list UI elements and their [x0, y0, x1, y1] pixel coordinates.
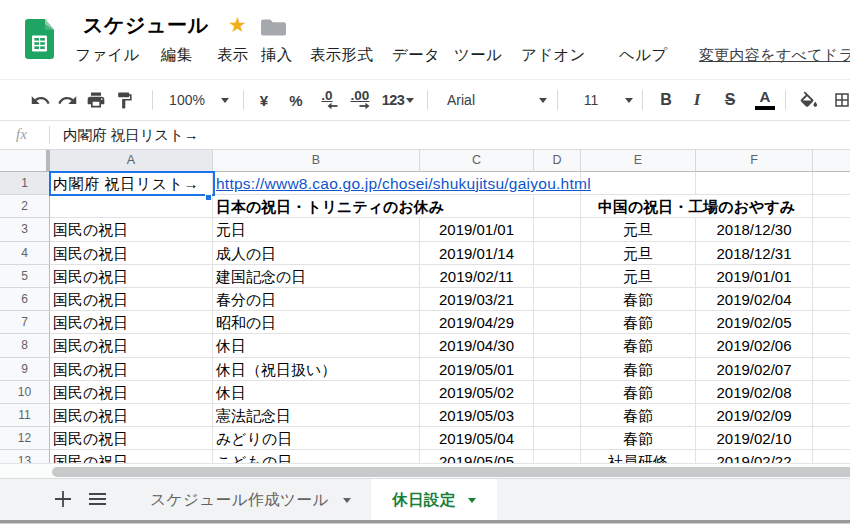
cell-G3[interactable]	[813, 218, 850, 241]
column-header-A[interactable]: A	[50, 150, 213, 172]
document-title[interactable]: スケジュール	[83, 12, 208, 39]
cell-B11[interactable]: 憲法記念日	[213, 404, 420, 427]
font-size-select[interactable]: 11	[578, 80, 604, 120]
cell-G1[interactable]	[813, 172, 850, 195]
sheet-tab-schedule-tool[interactable]: スケジュール作成ツール	[133, 479, 368, 521]
row-header-1[interactable]: 1	[0, 172, 50, 195]
cell-G11[interactable]	[813, 404, 850, 427]
zoom-caret-icon[interactable]	[220, 80, 230, 120]
cell-D13[interactable]	[534, 450, 581, 463]
formula-bar-input[interactable]: 内閣府 祝日リスト→	[63, 126, 199, 145]
cell-A13[interactable]: 国民の祝日	[50, 450, 213, 463]
cell-C7[interactable]: 2019/04/29	[420, 311, 534, 334]
format-percent-button[interactable]: %	[286, 80, 306, 120]
select-all-corner[interactable]	[0, 150, 50, 172]
cell-B7[interactable]: 昭和の日	[213, 311, 420, 334]
row-header-12[interactable]: 12	[0, 427, 50, 450]
cell-A8[interactable]: 国民の祝日	[50, 334, 213, 357]
cell-link[interactable]: https://www8.cao.go.jp/chosei/shukujitsu…	[216, 175, 591, 192]
strikethrough-button[interactable]: S	[719, 80, 741, 120]
undo-icon[interactable]	[29, 80, 51, 120]
increase-decimal-button[interactable]: .00	[346, 80, 374, 120]
number-format-button[interactable]: 123	[378, 80, 408, 120]
cell-G12[interactable]	[813, 427, 850, 450]
cell-D8[interactable]	[534, 334, 581, 357]
cell-E11[interactable]: 春節	[581, 404, 696, 427]
cell-E8[interactable]: 春節	[581, 334, 696, 357]
fill-color-icon[interactable]	[796, 80, 820, 120]
column-header-G[interactable]	[813, 150, 850, 172]
font-size-caret-icon[interactable]	[624, 80, 634, 120]
cell-C9[interactable]: 2019/05/01	[420, 358, 534, 381]
cell-G4[interactable]	[813, 242, 850, 265]
sheet-tab-caret-icon[interactable]	[468, 498, 476, 503]
selection-fill-handle[interactable]	[205, 194, 212, 201]
star-icon[interactable]: ★	[228, 14, 247, 36]
cell-G13[interactable]	[813, 450, 850, 463]
cell-A5[interactable]: 国民の祝日	[50, 265, 213, 288]
cell-A9[interactable]: 国民の祝日	[50, 358, 213, 381]
menu-help[interactable]: ヘルプ	[619, 45, 668, 66]
cell-F9[interactable]: 2019/02/07	[696, 358, 813, 381]
cell-E6[interactable]: 春節	[581, 288, 696, 311]
cell-F8[interactable]: 2019/02/06	[696, 334, 813, 357]
row-header-5[interactable]: 5	[0, 265, 50, 288]
cell-D4[interactable]	[534, 242, 581, 265]
cell-F7[interactable]: 2019/02/05	[696, 311, 813, 334]
cell-B8[interactable]: 休日	[213, 334, 420, 357]
menu-file[interactable]: ファイル	[75, 45, 140, 66]
menu-view[interactable]: 表示	[217, 45, 249, 66]
cell-C10[interactable]: 2019/05/02	[420, 381, 534, 404]
italic-button[interactable]: I	[687, 80, 707, 120]
row-header-13[interactable]: 13	[0, 450, 50, 463]
cell-E4[interactable]: 元旦	[581, 242, 696, 265]
cell-F5[interactable]: 2019/01/01	[696, 265, 813, 288]
cell-F6[interactable]: 2019/02/04	[696, 288, 813, 311]
cell-E3[interactable]: 元旦	[581, 218, 696, 241]
cell-C8[interactable]: 2019/04/30	[420, 334, 534, 357]
cell-F12[interactable]: 2019/02/10	[696, 427, 813, 450]
menu-tools[interactable]: ツール	[454, 45, 502, 66]
cell-C4[interactable]: 2019/01/14	[420, 242, 534, 265]
cell-A10[interactable]: 国民の祝日	[50, 381, 213, 404]
cell-B1[interactable]: https://www8.cao.go.jp/chosei/shukujitsu…	[213, 172, 581, 195]
cell-C11[interactable]: 2019/05/03	[420, 404, 534, 427]
cell-D5[interactable]	[534, 265, 581, 288]
cell-G6[interactable]	[813, 288, 850, 311]
folder-icon[interactable]	[261, 19, 286, 40]
cell-C12[interactable]: 2019/05/04	[420, 427, 534, 450]
column-header-D[interactable]: D	[534, 150, 581, 172]
cell-G9[interactable]	[813, 358, 850, 381]
cell-F1[interactable]	[696, 172, 813, 195]
cell-D9[interactable]	[534, 358, 581, 381]
menu-format[interactable]: 表示形式	[310, 45, 373, 66]
cell-D7[interactable]	[534, 311, 581, 334]
cell-D11[interactable]	[534, 404, 581, 427]
row-header-11[interactable]: 11	[0, 404, 50, 427]
bold-button[interactable]: B	[656, 80, 676, 120]
all-sheets-menu-icon[interactable]	[88, 492, 108, 506]
cell-G2[interactable]	[813, 195, 850, 218]
column-header-E[interactable]: E	[581, 150, 696, 172]
number-format-caret-icon[interactable]	[405, 80, 415, 120]
cell-E13[interactable]: 社員研修	[581, 450, 696, 463]
cell-D2[interactable]	[534, 195, 581, 218]
menu-addons[interactable]: アドオン	[521, 45, 586, 66]
cell-G8[interactable]	[813, 334, 850, 357]
cell-E1[interactable]	[581, 172, 696, 195]
cell-C3[interactable]: 2019/01/01	[420, 218, 534, 241]
cell-E10[interactable]: 春節	[581, 381, 696, 404]
font-family-select[interactable]: Arial	[447, 80, 487, 120]
cell-B9[interactable]: 休日（祝日扱い）	[213, 358, 420, 381]
cell-D6[interactable]	[534, 288, 581, 311]
sheet-tab-caret-icon[interactable]	[343, 498, 351, 503]
cell-A4[interactable]: 国民の祝日	[50, 242, 213, 265]
cell-A11[interactable]: 国民の祝日	[50, 404, 213, 427]
cell-B6[interactable]: 春分の日	[213, 288, 420, 311]
menu-insert[interactable]: 挿入	[261, 45, 293, 66]
print-icon[interactable]	[85, 80, 107, 120]
format-currency-button[interactable]: ¥	[254, 80, 274, 120]
cell-A3[interactable]: 国民の祝日	[50, 218, 213, 241]
menu-data[interactable]: データ	[392, 45, 440, 66]
cell-B4[interactable]: 成人の日	[213, 242, 420, 265]
